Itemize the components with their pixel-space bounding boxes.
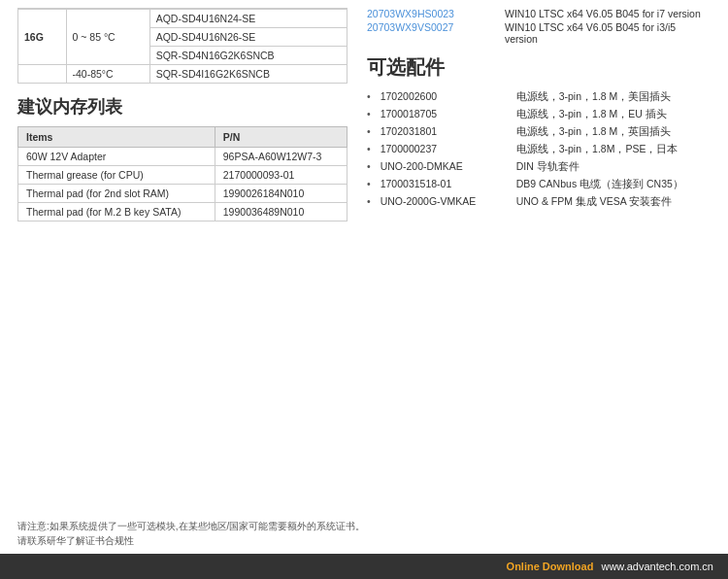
optional-item: 1700018705电源线，3-pin，1.8 M，EU 插头 — [367, 108, 711, 121]
optional-item: 1702002600电源线，3-pin，1.8 M，美国插头 — [367, 90, 711, 104]
optional-item: UNO-2000G-VMKAEUNO & FPM 集成 VESA 安装套件 — [367, 195, 711, 209]
memory-col-pn: P/N — [215, 127, 347, 148]
footer-note-line1: 请注意:如果系统提供了一些可选模块,在某些地区/国家可能需要额外的系统证书。 — [17, 519, 711, 533]
optional-heading: 可选配件 — [367, 54, 711, 81]
footer-bar: Online Download www.advantech.com.cn — [0, 554, 728, 579]
memory-table: Items P/N 60W 12V Adapter96PSA-A60W12W7-… — [17, 126, 347, 221]
memory-col-items: Items — [18, 127, 215, 148]
website-url: www.advantech.com.cn — [601, 561, 713, 572]
memory-section-heading: 建议内存列表 — [17, 95, 347, 119]
top-memory-table: 16G0 ~ 85 °CAQD-SD4U16N24-SEAQD-SD4U16N2… — [17, 8, 347, 84]
optional-item: 1700000237电源线，3-pin，1.8M，PSE，日本 — [367, 143, 711, 156]
optional-item: 1700031518-01DB9 CANbus 电缆（连接到 CN35） — [367, 178, 711, 191]
optional-item: UNO-200-DMKAEDIN 导轨套件 — [367, 160, 711, 174]
footer-note: 请注意:如果系统提供了一些可选模块,在某些地区/国家可能需要额外的系统证书。 请… — [17, 519, 711, 548]
top-right-models: 20703WX9HS0023WIN10 LTSC x64 V6.05 B045 … — [367, 8, 711, 45]
optional-list: 1702002600电源线，3-pin，1.8 M，美国插头1700018705… — [367, 90, 711, 209]
optional-item: 1702031801电源线，3-pin，1.8 M，英国插头 — [367, 125, 711, 139]
online-download-label: Online Download — [507, 561, 594, 572]
footer-note-line2: 请联系研华了解证书合规性 — [17, 533, 711, 548]
